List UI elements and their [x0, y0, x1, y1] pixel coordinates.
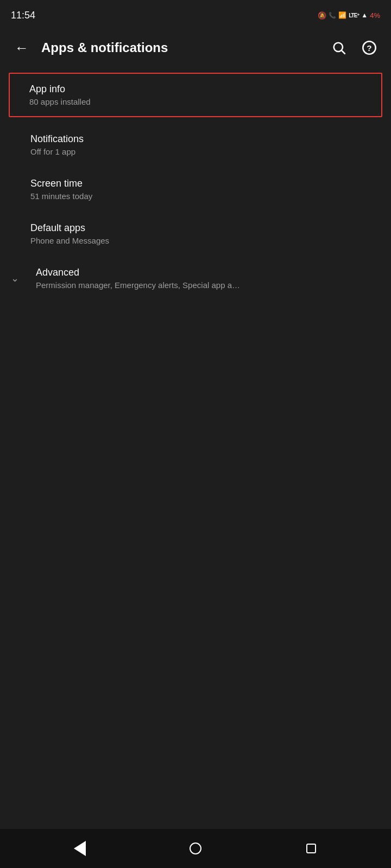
header: ← Apps & notifications ?: [0, 28, 391, 67]
menu-item-content: Default apps Phone and Messages: [30, 222, 109, 245]
help-button[interactable]: ?: [356, 35, 382, 61]
nav-recents-icon: [306, 844, 316, 853]
menu-item-content: Advanced Permission manager, Emergency a…: [36, 267, 240, 290]
menu-item-notifications-title: Notifications: [30, 133, 84, 145]
svg-text:?: ?: [367, 43, 371, 53]
svg-point-0: [334, 43, 343, 52]
menu-item-content: App info 80 apps installed: [29, 84, 91, 106]
menu-item-app-info-subtitle: 80 apps installed: [29, 97, 91, 106]
battery-indicator: 4%: [370, 11, 380, 20]
mute-icon: 🔕: [318, 11, 326, 20]
menu-item-notifications-subtitle: Off for 1 app: [30, 147, 84, 156]
menu-item-content: Screen time 51 minutes today: [30, 178, 92, 201]
menu-list: App info 80 apps installed Notifications…: [0, 73, 391, 301]
status-icons: 🔕 📞 📶 LTE⁺ ▲ 4%: [318, 11, 380, 20]
svg-line-1: [342, 50, 345, 54]
status-time: 11:54: [11, 10, 35, 21]
header-actions: ?: [326, 35, 382, 61]
call-icon: 📞: [329, 12, 336, 19]
menu-item-advanced[interactable]: ⌄ Advanced Permission manager, Emergency…: [0, 256, 391, 301]
search-icon: [331, 40, 346, 55]
nav-home-button[interactable]: [179, 832, 212, 865]
page-title: Apps & notifications: [41, 40, 326, 55]
nav-back-icon: [74, 841, 86, 856]
nav-recents-button[interactable]: [295, 832, 327, 865]
menu-item-advanced-subtitle: Permission manager, Emergency alerts, Sp…: [36, 280, 240, 290]
signal-icon: ▲: [361, 11, 368, 19]
back-arrow-icon: ←: [15, 40, 29, 56]
back-button[interactable]: ←: [9, 35, 35, 61]
nav-bar: [0, 829, 391, 868]
search-button[interactable]: [326, 35, 352, 61]
help-icon: ?: [362, 40, 377, 55]
lte-icon: LTE⁺: [349, 12, 359, 18]
menu-item-app-info[interactable]: App info 80 apps installed: [9, 73, 382, 117]
wifi-icon: 📶: [338, 11, 346, 19]
menu-item-notifications[interactable]: Notifications Off for 1 app: [0, 123, 391, 167]
nav-back-button[interactable]: [64, 832, 96, 865]
menu-item-screen-time-subtitle: 51 minutes today: [30, 192, 92, 201]
menu-item-app-info-title: App info: [29, 84, 91, 95]
menu-item-advanced-title: Advanced: [36, 267, 240, 278]
chevron-down-icon: ⌄: [11, 272, 19, 284]
status-bar: 11:54 🔕 📞 📶 LTE⁺ ▲ 4%: [0, 0, 391, 28]
menu-item-default-apps-subtitle: Phone and Messages: [30, 236, 109, 245]
menu-item-content: Notifications Off for 1 app: [30, 133, 84, 156]
menu-item-screen-time-title: Screen time: [30, 178, 92, 189]
menu-item-screen-time[interactable]: Screen time 51 minutes today: [0, 167, 391, 212]
nav-home-icon: [190, 843, 201, 854]
menu-item-default-apps-title: Default apps: [30, 222, 109, 234]
menu-item-default-apps[interactable]: Default apps Phone and Messages: [0, 212, 391, 256]
